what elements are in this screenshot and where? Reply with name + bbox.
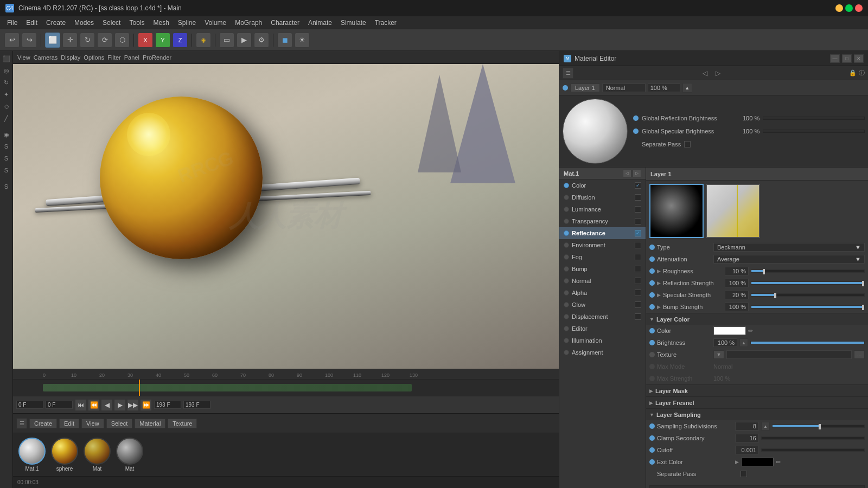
layer-thumb-1[interactable] [649, 184, 704, 238]
vp-menu-filter[interactable]: Filter [107, 54, 120, 61]
layer-name-display[interactable]: Layer 1 [570, 84, 600, 92]
sidebar-tool-4[interactable]: ✦ [1, 89, 12, 100]
type-dropdown[interactable]: Beckmann ▼ [713, 243, 865, 252]
clamp-slider[interactable] [761, 436, 865, 440]
channel-displacement[interactable]: Displacement [559, 311, 646, 323]
refl-str-slider[interactable] [751, 281, 865, 285]
render-settings[interactable]: ⚙ [254, 33, 269, 48]
channel-alpha[interactable]: Alpha [559, 287, 646, 299]
channel-bump[interactable]: Bump [559, 263, 646, 275]
bump-str-arrow[interactable]: ▶ [657, 304, 661, 310]
menu-character[interactable]: Character [266, 18, 304, 28]
texture-dropdown-btn[interactable]: ▼ [713, 350, 724, 359]
light-btn[interactable]: ☀ [295, 33, 310, 48]
cube-btn[interactable]: ◼ [277, 33, 292, 48]
menu-create[interactable]: Create [42, 18, 70, 28]
sidebar-tool-8[interactable]: S [1, 141, 12, 152]
mat-texture-btn[interactable]: Texture [168, 419, 197, 428]
mat-nav-menu[interactable]: ☰ [563, 68, 573, 79]
sidebar-tool-6[interactable]: ╱ [1, 113, 12, 124]
channel-displacement-check[interactable] [635, 313, 641, 320]
next-frame-button[interactable]: ⏩ [140, 399, 152, 411]
channel-environment-check[interactable] [635, 242, 641, 248]
menu-modes[interactable]: Modes [70, 18, 98, 28]
render-region[interactable]: ▭ [219, 33, 234, 48]
mat-nav-back[interactable]: ◁ [699, 68, 710, 79]
sidebar-tool-9[interactable]: S [1, 153, 12, 164]
menu-select[interactable]: Select [98, 18, 125, 28]
mat-view-btn[interactable]: View [81, 419, 104, 428]
menu-edit[interactable]: Edit [22, 18, 42, 28]
layer-thumb-2[interactable] [706, 184, 760, 238]
redo-button[interactable]: ↪ [22, 33, 37, 48]
texture-field[interactable] [726, 350, 852, 359]
bump-str-slider[interactable] [751, 305, 865, 309]
samp-sub-slider[interactable] [772, 425, 865, 428]
spec-str-value[interactable]: 20 % [725, 291, 749, 299]
color-edit-icon[interactable]: ✏ [748, 328, 753, 335]
rotate-tool[interactable]: ↻ [80, 33, 95, 48]
menu-tools[interactable]: Tools [125, 18, 149, 28]
vp-menu-display[interactable]: Display [61, 54, 80, 61]
channel-diffusion[interactable]: Diffusion [559, 191, 646, 203]
channel-alpha-check[interactable] [635, 290, 641, 296]
layer-mode-select[interactable]: Normal [602, 84, 646, 92]
menu-volume[interactable]: Volume [200, 18, 231, 28]
channel-glow[interactable]: Glow [559, 299, 646, 311]
end-frame-input[interactable] [154, 401, 181, 409]
menu-mesh[interactable]: Mesh [149, 18, 173, 28]
channel-fog[interactable]: Fog [559, 251, 646, 263]
channel-reflectance[interactable]: Reflectance ✓ [559, 227, 646, 239]
material-thumb-mat3[interactable]: Mat [116, 438, 143, 472]
close-button[interactable] [855, 4, 863, 12]
vp-menu-prorender[interactable]: ProRender [143, 54, 171, 61]
channel-luminance[interactable]: Luminance [559, 203, 646, 215]
mat-toolbar-menu[interactable]: ☰ [16, 418, 27, 429]
layer-color-header[interactable]: ▼ Layer Color [646, 313, 868, 325]
exit-color-swatch[interactable] [741, 458, 774, 466]
render-end-frame-input[interactable] [183, 401, 210, 409]
roughness-slider[interactable] [751, 269, 865, 273]
clamp-value[interactable]: 16 [735, 434, 759, 442]
mat-next-btn[interactable]: ▷ [633, 170, 641, 177]
layer-sampling-header[interactable]: ▼ Layer Sampling [646, 408, 868, 420]
brightness-slider[interactable] [750, 341, 865, 344]
samp-sep-pass-checkbox[interactable] [741, 471, 747, 477]
sep-pass-checkbox[interactable] [684, 141, 691, 147]
cutoff-value[interactable]: 0.001 [735, 446, 759, 454]
current-frame-input[interactable] [16, 401, 43, 409]
vp-menu-options[interactable]: Options [84, 54, 104, 61]
maximize-button[interactable] [845, 4, 853, 12]
layer-opacity-up[interactable]: ▲ [682, 83, 692, 93]
material-thumb-mat2[interactable]: Mat [84, 438, 111, 472]
mat-material-btn[interactable]: Material [135, 419, 165, 428]
vp-menu-cameras[interactable]: Cameras [34, 54, 58, 61]
menu-tracker[interactable]: Tracker [371, 18, 401, 28]
material-thumb-sphere[interactable]: sphere [51, 438, 78, 472]
sidebar-tool-3[interactable]: ↻ [1, 77, 12, 88]
z-axis[interactable]: Z [173, 33, 188, 48]
channel-transparency-check[interactable] [635, 218, 641, 224]
global-spec-slider[interactable] [763, 130, 865, 133]
mat-nav-forward[interactable]: ▷ [712, 68, 723, 79]
sidebar-tool-10[interactable]: S [1, 165, 12, 176]
channel-assignment[interactable]: Assignment [559, 346, 646, 358]
viewport-3d[interactable]: 人人素材 RRCG [13, 64, 559, 369]
object-btn[interactable]: ◈ [196, 33, 211, 48]
vp-menu-panel[interactable]: Panel [124, 54, 139, 61]
goto-start-button[interactable]: ⏮ [75, 399, 87, 411]
timeline-track[interactable] [13, 380, 559, 396]
layer-fresnel-header[interactable]: ▶ Layer Fresnel [646, 396, 868, 408]
mat-editor-maximize[interactable]: □ [842, 54, 852, 63]
prev-step-button[interactable]: ◀ [101, 399, 113, 411]
mat-create-btn[interactable]: Create [29, 419, 57, 428]
prev-frame-button[interactable]: ⏪ [88, 399, 100, 411]
x-axis[interactable]: X [138, 33, 153, 48]
play-button[interactable]: ▶ [114, 399, 126, 411]
channel-editor[interactable]: Editor [559, 323, 646, 335]
y-axis[interactable]: Y [155, 33, 170, 48]
select-tool[interactable]: ⬜ [45, 33, 60, 48]
start-frame-input[interactable] [46, 401, 73, 409]
menu-file[interactable]: File [3, 18, 22, 28]
sidebar-tool-2[interactable]: ◎ [1, 65, 12, 76]
